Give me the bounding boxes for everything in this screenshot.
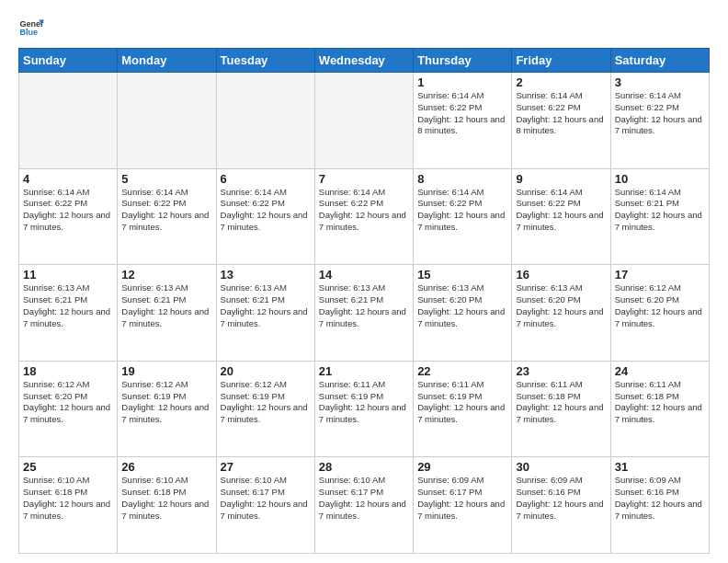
svg-text:Blue: Blue (19, 28, 38, 37)
day-number: 26 (121, 460, 211, 474)
day-number: 12 (121, 268, 211, 282)
day-number: 29 (417, 460, 507, 474)
col-header-tuesday: Tuesday (216, 49, 314, 73)
day-info: Sunrise: 6:14 AMSunset: 6:22 PMDaylight:… (319, 187, 409, 234)
day-info: Sunrise: 6:10 AMSunset: 6:17 PMDaylight:… (221, 475, 311, 522)
calendar-cell: 21Sunrise: 6:11 AMSunset: 6:19 PMDayligh… (314, 361, 413, 457)
calendar-cell: 27Sunrise: 6:10 AMSunset: 6:17 PMDayligh… (216, 457, 314, 554)
day-info: Sunrise: 6:14 AMSunset: 6:22 PMDaylight:… (23, 187, 113, 234)
calendar-table: SundayMondayTuesdayWednesdayThursdayFrid… (18, 48, 710, 554)
calendar-cell (118, 73, 216, 169)
day-number: 25 (23, 460, 113, 474)
week-row-3: 11Sunrise: 6:13 AMSunset: 6:21 PMDayligh… (19, 265, 710, 362)
col-header-sunday: Sunday (19, 49, 118, 73)
calendar-cell: 16Sunrise: 6:13 AMSunset: 6:20 PMDayligh… (512, 265, 610, 362)
day-number: 18 (23, 364, 113, 378)
day-info: Sunrise: 6:14 AMSunset: 6:22 PMDaylight:… (516, 90, 606, 137)
day-info: Sunrise: 6:13 AMSunset: 6:21 PMDaylight:… (319, 282, 409, 329)
day-number: 23 (516, 364, 606, 378)
calendar-cell: 22Sunrise: 6:11 AMSunset: 6:19 PMDayligh… (414, 361, 512, 457)
calendar-cell: 4Sunrise: 6:14 AMSunset: 6:22 PMDaylight… (19, 168, 118, 265)
calendar-cell: 13Sunrise: 6:13 AMSunset: 6:21 PMDayligh… (216, 265, 314, 362)
day-number: 7 (319, 172, 409, 186)
day-info: Sunrise: 6:13 AMSunset: 6:21 PMDaylight:… (221, 282, 311, 329)
col-header-saturday: Saturday (610, 49, 709, 73)
calendar-cell: 14Sunrise: 6:13 AMSunset: 6:21 PMDayligh… (314, 265, 413, 362)
col-header-friday: Friday (512, 49, 610, 73)
day-number: 30 (516, 460, 606, 474)
day-info: Sunrise: 6:12 AMSunset: 6:19 PMDaylight:… (121, 379, 211, 426)
calendar-cell: 31Sunrise: 6:09 AMSunset: 6:16 PMDayligh… (610, 457, 709, 554)
calendar-cell: 15Sunrise: 6:13 AMSunset: 6:20 PMDayligh… (414, 265, 512, 362)
day-number: 22 (417, 364, 507, 378)
day-number: 16 (516, 268, 606, 282)
day-info: Sunrise: 6:12 AMSunset: 6:20 PMDaylight:… (23, 379, 113, 426)
calendar-cell: 9Sunrise: 6:14 AMSunset: 6:22 PMDaylight… (512, 168, 610, 265)
day-number: 31 (615, 460, 705, 474)
calendar-cell: 12Sunrise: 6:13 AMSunset: 6:21 PMDayligh… (118, 265, 216, 362)
day-info: Sunrise: 6:11 AMSunset: 6:19 PMDaylight:… (417, 379, 507, 426)
day-info: Sunrise: 6:11 AMSunset: 6:18 PMDaylight:… (516, 379, 606, 426)
calendar-cell: 20Sunrise: 6:12 AMSunset: 6:19 PMDayligh… (216, 361, 314, 457)
calendar-cell: 30Sunrise: 6:09 AMSunset: 6:16 PMDayligh… (512, 457, 610, 554)
day-info: Sunrise: 6:13 AMSunset: 6:20 PMDaylight:… (516, 282, 606, 329)
day-number: 8 (417, 172, 507, 186)
day-number: 19 (121, 364, 211, 378)
day-info: Sunrise: 6:09 AMSunset: 6:16 PMDaylight:… (615, 475, 705, 522)
col-header-wednesday: Wednesday (314, 49, 413, 73)
day-number: 9 (516, 172, 606, 186)
day-number: 11 (23, 268, 113, 282)
day-info: Sunrise: 6:14 AMSunset: 6:22 PMDaylight:… (417, 187, 507, 234)
week-row-1: 1Sunrise: 6:14 AMSunset: 6:22 PMDaylight… (19, 73, 710, 169)
day-number: 21 (319, 364, 409, 378)
day-info: Sunrise: 6:13 AMSunset: 6:21 PMDaylight:… (121, 282, 211, 329)
calendar-cell: 10Sunrise: 6:14 AMSunset: 6:21 PMDayligh… (610, 168, 709, 265)
day-info: Sunrise: 6:13 AMSunset: 6:20 PMDaylight:… (417, 282, 507, 329)
header: General Blue (18, 15, 710, 40)
logo: General Blue (18, 15, 44, 40)
calendar-cell: 8Sunrise: 6:14 AMSunset: 6:22 PMDaylight… (414, 168, 512, 265)
day-info: Sunrise: 6:12 AMSunset: 6:19 PMDaylight:… (221, 379, 311, 426)
calendar-cell: 3Sunrise: 6:14 AMSunset: 6:22 PMDaylight… (610, 73, 709, 169)
general-blue-logo-icon: General Blue (18, 15, 44, 40)
calendar-header-row: SundayMondayTuesdayWednesdayThursdayFrid… (19, 49, 710, 73)
col-header-monday: Monday (118, 49, 216, 73)
calendar-cell: 6Sunrise: 6:14 AMSunset: 6:22 PMDaylight… (216, 168, 314, 265)
calendar-cell (19, 73, 118, 169)
page: General Blue SundayMondayTuesdayWednesda… (0, 0, 728, 563)
calendar-cell: 26Sunrise: 6:10 AMSunset: 6:18 PMDayligh… (118, 457, 216, 554)
day-info: Sunrise: 6:14 AMSunset: 6:22 PMDaylight:… (121, 187, 211, 234)
col-header-thursday: Thursday (414, 49, 512, 73)
day-number: 17 (615, 268, 705, 282)
day-info: Sunrise: 6:12 AMSunset: 6:20 PMDaylight:… (615, 282, 705, 329)
calendar-cell: 17Sunrise: 6:12 AMSunset: 6:20 PMDayligh… (610, 265, 709, 362)
day-info: Sunrise: 6:13 AMSunset: 6:21 PMDaylight:… (23, 282, 113, 329)
day-info: Sunrise: 6:09 AMSunset: 6:16 PMDaylight:… (516, 475, 606, 522)
day-number: 2 (516, 75, 606, 89)
calendar-cell: 7Sunrise: 6:14 AMSunset: 6:22 PMDaylight… (314, 168, 413, 265)
day-info: Sunrise: 6:10 AMSunset: 6:18 PMDaylight:… (23, 475, 113, 522)
day-number: 24 (615, 364, 705, 378)
day-number: 20 (221, 364, 311, 378)
day-info: Sunrise: 6:11 AMSunset: 6:18 PMDaylight:… (615, 379, 705, 426)
calendar-cell: 18Sunrise: 6:12 AMSunset: 6:20 PMDayligh… (19, 361, 118, 457)
day-info: Sunrise: 6:11 AMSunset: 6:19 PMDaylight:… (319, 379, 409, 426)
day-number: 1 (417, 75, 507, 89)
calendar-cell: 19Sunrise: 6:12 AMSunset: 6:19 PMDayligh… (118, 361, 216, 457)
day-number: 6 (221, 172, 311, 186)
day-info: Sunrise: 6:10 AMSunset: 6:17 PMDaylight:… (319, 475, 409, 522)
week-row-5: 25Sunrise: 6:10 AMSunset: 6:18 PMDayligh… (19, 457, 710, 554)
day-number: 28 (319, 460, 409, 474)
calendar-cell (314, 73, 413, 169)
day-number: 5 (121, 172, 211, 186)
day-number: 15 (417, 268, 507, 282)
day-info: Sunrise: 6:09 AMSunset: 6:17 PMDaylight:… (417, 475, 507, 522)
day-info: Sunrise: 6:14 AMSunset: 6:21 PMDaylight:… (615, 187, 705, 234)
day-number: 3 (615, 75, 705, 89)
day-number: 27 (221, 460, 311, 474)
calendar-cell: 29Sunrise: 6:09 AMSunset: 6:17 PMDayligh… (414, 457, 512, 554)
calendar-cell: 25Sunrise: 6:10 AMSunset: 6:18 PMDayligh… (19, 457, 118, 554)
day-number: 10 (615, 172, 705, 186)
day-number: 4 (23, 172, 113, 186)
calendar-cell: 11Sunrise: 6:13 AMSunset: 6:21 PMDayligh… (19, 265, 118, 362)
